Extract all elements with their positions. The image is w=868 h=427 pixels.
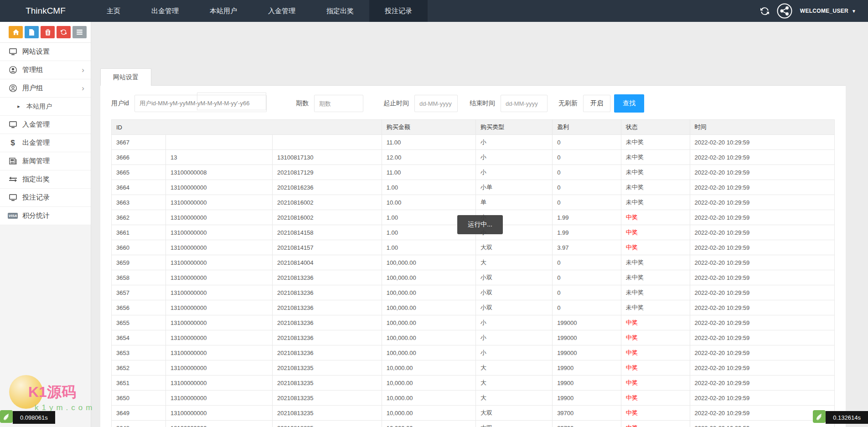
row-id: 3657 <box>112 285 166 300</box>
avatar[interactable] <box>777 3 792 19</box>
row-type: 小双 <box>475 300 552 315</box>
row-user-id: 13100000000 <box>166 225 273 240</box>
sidebar: 网站设置管理组›用户组›▸本站用户入金管理$出金管理新闻管理指定出奖投注记录VI… <box>0 22 91 427</box>
sidebar-item[interactable]: 入金管理 <box>0 116 91 134</box>
table-row: 3666131310081713012.00小0未中奖2022-02-20 10… <box>112 150 835 165</box>
row-status: 未中奖 <box>621 195 690 210</box>
home-button[interactable] <box>9 26 23 38</box>
username[interactable]: WELCOME_USER <box>800 8 848 14</box>
start-time-label: 起止时间 <box>383 99 409 108</box>
table-row: 36571310000000020210813236100,000.00小双0未… <box>112 285 835 300</box>
nav-item[interactable]: 指定出奖 <box>311 0 369 22</box>
chevron-down-icon[interactable]: ▼ <box>852 9 856 14</box>
main-nav: 主页出金管理本站用户入金管理指定出奖投注记录 <box>91 0 428 22</box>
sidebar-item-label: 用户组 <box>22 84 43 93</box>
row-user-id <box>166 135 273 150</box>
row-time: 2022-02-20 10:29:59 <box>690 180 834 195</box>
row-profit: 199000 <box>553 345 621 360</box>
file-button[interactable] <box>25 26 39 38</box>
row-profit: 0 <box>553 300 621 315</box>
row-period: 20210813236 <box>273 300 382 315</box>
nav-item[interactable]: 投注记录 <box>369 0 428 22</box>
row-user-id: 13100000000 <box>166 300 273 315</box>
row-status: 中奖 <box>621 406 690 421</box>
sidebar-item[interactable]: 用户组› <box>0 79 91 98</box>
row-period: 20210814004 <box>273 255 382 270</box>
row-amount: 100,000.00 <box>382 270 475 285</box>
table-row: 36581310000000020210813236100,000.00小双0未… <box>112 270 835 285</box>
start-date-input[interactable] <box>414 95 458 112</box>
row-period: 20210813235 <box>273 391 382 406</box>
table-row: 36531310000000020210813236100,000.00小199… <box>112 345 835 360</box>
row-user-id: 13100000000 <box>166 391 273 406</box>
row-type: 大 <box>475 376 552 391</box>
row-id: 3661 <box>112 225 166 240</box>
row-status: 未中奖 <box>621 165 690 180</box>
row-id: 3662 <box>112 210 166 225</box>
row-status: 中奖 <box>621 315 690 330</box>
row-id: 3660 <box>112 240 166 255</box>
row-amount: 10,000.00 <box>382 391 475 406</box>
row-time: 2022-02-20 10:29:59 <box>690 270 834 285</box>
sidebar-item[interactable]: $出金管理 <box>0 134 91 152</box>
table-row: 36551310000000020210813236100,000.00小199… <box>112 315 835 330</box>
sidebar-item[interactable]: 指定出奖 <box>0 170 91 189</box>
column-header: 时间 <box>690 120 834 135</box>
row-type: 小 <box>475 150 552 165</box>
row-profit: 199000 <box>553 315 621 330</box>
row-time: 2022-02-20 10:29:59 <box>690 255 834 270</box>
sidebar-item[interactable]: 网站设置 <box>0 43 91 61</box>
row-id: 3659 <box>112 255 166 270</box>
row-time: 2022-02-20 10:29:59 <box>690 225 834 240</box>
row-id: 3656 <box>112 300 166 315</box>
exec-time-left: 0.098061s <box>0 410 55 425</box>
table-row: 366711.00小0未中奖2022-02-20 10:29:59 <box>112 135 835 150</box>
recycle-button[interactable] <box>57 26 71 38</box>
search-button[interactable]: 查找 <box>614 94 644 113</box>
nav-item[interactable]: 本站用户 <box>194 0 253 22</box>
row-time: 2022-02-20 10:29:59 <box>690 345 834 360</box>
row-time: 2022-02-20 10:29:59 <box>690 300 834 315</box>
row-user-id: 13100000000 <box>166 345 273 360</box>
sidebar-item[interactable]: 新闻管理 <box>0 152 91 170</box>
brand-logo[interactable]: ThinkCMF <box>0 0 91 22</box>
nav-item[interactable]: 主页 <box>91 0 136 22</box>
period-input[interactable] <box>314 95 363 112</box>
row-profit: 0 <box>553 285 621 300</box>
row-time: 2022-02-20 10:29:59 <box>690 391 834 406</box>
row-time: 2022-02-20 10:29:59 <box>690 150 834 165</box>
row-user-id: 13100000000 <box>166 376 273 391</box>
records-table: ID购买金额购买类型盈利状态时间 366711.00小0未中奖2022-02-2… <box>111 119 835 427</box>
user-outline-icon <box>8 84 17 92</box>
row-type: 小单 <box>475 180 552 195</box>
sidebar-item[interactable]: ▸本站用户 <box>0 98 91 116</box>
sidebar-item[interactable]: 管理组› <box>0 61 91 79</box>
search-form: 用户id 期数 起止时间 结束时间 无刷新 开启 <box>111 93 835 114</box>
end-date-input[interactable] <box>501 95 548 112</box>
table-row: 3650131000000002021081323510,000.00大1990… <box>112 391 835 406</box>
sidebar-toolbar <box>0 22 91 43</box>
row-type: 单 <box>475 195 552 210</box>
sidebar-item[interactable]: 投注记录 <box>0 189 91 207</box>
table-row: 36591310000000020210814004100,000.00大0未中… <box>112 255 835 270</box>
row-user-id: 13100000000 <box>166 315 273 330</box>
no-refresh-toggle[interactable]: 开启 <box>583 95 610 112</box>
row-user-id: 13100000000 <box>166 195 273 210</box>
nav-item[interactable]: 入金管理 <box>253 0 311 22</box>
list-button[interactable] <box>72 26 87 38</box>
row-type: 小 <box>475 165 552 180</box>
row-profit: 19900 <box>553 376 621 391</box>
row-amount: 10,000.00 <box>382 360 475 376</box>
trash-button[interactable] <box>41 26 55 38</box>
exec-time-right: 0.132614s <box>813 410 868 425</box>
nav-item[interactable]: 出金管理 <box>136 0 194 22</box>
row-amount: 100,000.00 <box>382 330 475 345</box>
refresh-icon[interactable] <box>760 7 769 15</box>
tab-site-settings[interactable]: 网站设置 <box>100 68 151 86</box>
sidebar-item-label: 出金管理 <box>22 139 50 147</box>
user-id-input[interactable] <box>134 95 267 112</box>
sidebar-item[interactable]: VISA积分统计 <box>0 207 91 225</box>
row-profit: 0 <box>553 150 621 165</box>
row-time: 2022-02-20 10:29:59 <box>690 195 834 210</box>
row-user-id: 13100000000 <box>166 210 273 225</box>
